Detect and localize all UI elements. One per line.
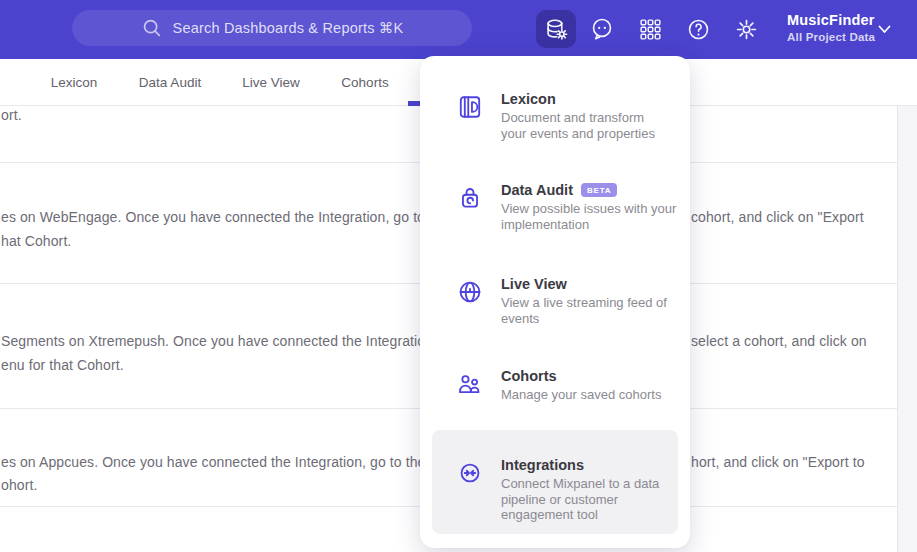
search-input[interactable]: Search Dashboards & Reports ⌘K: [72, 10, 472, 46]
gear-icon: [734, 17, 759, 42]
project-subtitle: All Project Data: [787, 31, 875, 43]
search-placeholder: Search Dashboards & Reports ⌘K: [173, 20, 404, 36]
row3-text-left-2: enu for that Cohort.: [1, 357, 124, 373]
feedback-button[interactable]: [590, 17, 614, 41]
tab-cohorts[interactable]: Cohorts: [341, 75, 388, 90]
row4-text-left-2: ohort.: [1, 477, 37, 493]
project-switcher[interactable]: MusicFinder All Project Data: [787, 12, 875, 43]
menu-item-title: Lexicon: [501, 91, 556, 107]
chevron-down-icon[interactable]: [878, 25, 891, 34]
row2-text-right-1: cohort, and click on "Export: [691, 209, 864, 225]
database-gear-icon: [543, 16, 569, 42]
live-view-globe-icon: [457, 279, 483, 305]
integrations-sync-icon: [457, 460, 483, 486]
search-icon: [141, 17, 163, 39]
nav-dropdown-menu: Lexicon Document and transform your even…: [420, 56, 690, 548]
scroll-gutter[interactable]: [897, 106, 917, 552]
lexicon-book-icon: [457, 94, 483, 120]
apps-grid-button[interactable]: [638, 17, 662, 41]
tab-live-view[interactable]: Live View: [242, 75, 300, 90]
apps-grid-icon: [638, 17, 663, 42]
row4-text-left-1: es on Appcues. Once you have connected t…: [1, 454, 441, 470]
mixpanel-app: ort. es on WebEngage. Once you have conn…: [0, 0, 917, 552]
tab-data-audit[interactable]: Data Audit: [139, 75, 201, 90]
row1-text-left: ort.: [1, 107, 22, 123]
menu-item-description: Manage your saved cohorts: [501, 387, 686, 403]
row3-text-left-1: Segments on Xtremepush. Once you have co…: [1, 333, 437, 349]
menu-item-title: Data Audit BETA: [501, 182, 617, 198]
tab-lexicon[interactable]: Lexicon: [51, 75, 98, 90]
data-management-button[interactable]: [536, 10, 576, 48]
menu-item-description: Connect Mixpanel to a data pipeline or c…: [501, 476, 686, 523]
row3-text-right-1: select a cohort, and click on: [691, 333, 867, 349]
menu-item-description: View possible issues with your implement…: [501, 201, 686, 232]
feedback-chat-icon: [589, 16, 615, 42]
row2-text-left-1: es on WebEngage. Once you have connected…: [1, 209, 449, 225]
menu-item-description: View a live streaming feed of events: [501, 295, 686, 326]
beta-badge: BETA: [581, 183, 617, 197]
help-icon: [686, 17, 711, 42]
settings-button[interactable]: [734, 17, 758, 41]
row2-text-left-2: hat Cohort.: [1, 233, 71, 249]
row4-text-right-1: hort, and click on "Export to: [691, 454, 865, 470]
menu-item-title: Live View: [501, 276, 567, 292]
top-nav-bar: Search Dashboards & Reports ⌘K: [0, 0, 917, 59]
help-button[interactable]: [686, 17, 710, 41]
menu-item-title: Cohorts: [501, 368, 557, 384]
menu-item-description: Document and transform your events and p…: [501, 110, 686, 141]
cohorts-users-icon: [457, 371, 483, 397]
project-name: MusicFinder: [787, 12, 875, 28]
menu-item-title: Integrations: [501, 457, 584, 473]
data-audit-lock-icon: [457, 185, 483, 211]
